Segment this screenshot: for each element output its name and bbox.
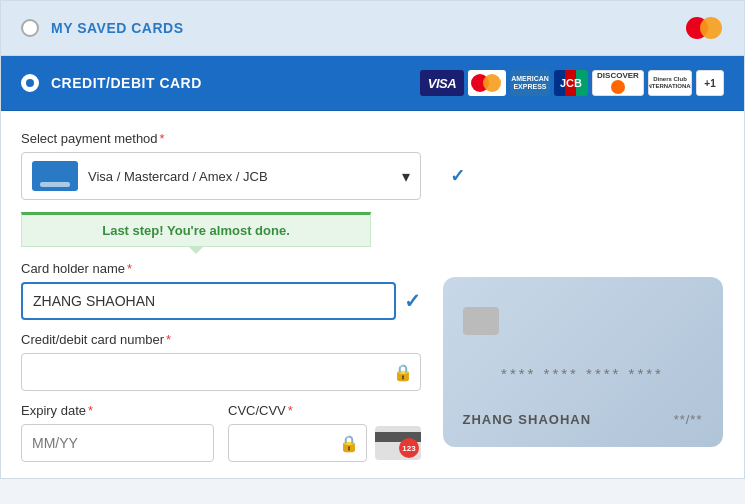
- payment-method-row: Select payment method* Visa / Mastercard…: [21, 131, 724, 200]
- card-expiry-display: **/**: [674, 412, 703, 427]
- card-preview: **** **** **** **** ZHANG SHAOHAN **/**: [443, 277, 723, 447]
- jcb-logo: JCB: [554, 70, 588, 96]
- mastercard-logo: [686, 15, 724, 41]
- required-star-expiry: *: [88, 403, 93, 418]
- holder-name-input[interactable]: [21, 282, 396, 320]
- required-star-holder: *: [127, 261, 132, 276]
- holder-check-icon: ✓: [404, 289, 421, 313]
- expiry-group: Expiry date*: [21, 403, 214, 462]
- required-star-number: *: [166, 332, 171, 347]
- expiry-label: Expiry date*: [21, 403, 214, 418]
- card-holder-display: ZHANG SHAOHAN: [463, 412, 592, 427]
- card-number-input-wrapper: 🔒: [21, 353, 421, 391]
- holder-input-row: ✓: [21, 282, 421, 320]
- form-left-column: Card holder name* ✓ Credit/debit card nu…: [21, 261, 421, 462]
- visa-logo: VISA: [420, 70, 464, 96]
- success-banner: Last step! You're almost done.: [21, 212, 371, 247]
- saved-cards-left: MY SAVED CARDS: [21, 19, 184, 37]
- discover-logo: DISCOVER: [592, 70, 644, 96]
- required-star: *: [160, 131, 165, 146]
- lock-icon: 🔒: [393, 363, 413, 382]
- card-chip: [463, 307, 499, 335]
- expiry-input[interactable]: [21, 424, 214, 462]
- required-star-cvc: *: [288, 403, 293, 418]
- card-number-input[interactable]: [21, 353, 421, 391]
- card-logos-row: VISA AMERICANEXPRESS JCB DISCOVER Diners…: [420, 70, 724, 96]
- form-area: Select payment method* Visa / Mastercard…: [1, 111, 744, 478]
- saved-cards-section[interactable]: MY SAVED CARDS: [1, 1, 744, 56]
- two-column-layout: Card holder name* ✓ Credit/debit card nu…: [21, 261, 724, 462]
- cvc-label: CVC/CVV*: [228, 403, 421, 418]
- payment-method-select[interactable]: Visa / Mastercard / Amex / JCB ▾: [21, 152, 421, 200]
- card-number-mask: **** **** **** ****: [463, 365, 703, 382]
- payment-method-text: Visa / Mastercard / Amex / JCB: [88, 169, 402, 184]
- diners-logo: Diners Club INTERNATIONAL: [648, 70, 692, 96]
- saved-cards-radio[interactable]: [21, 19, 39, 37]
- payment-check-icon: ✓: [450, 165, 465, 187]
- card-number-label: Credit/debit card number*: [21, 332, 421, 347]
- credit-card-title: CREDIT/DEBIT CARD: [51, 75, 202, 91]
- dropdown-arrow-icon: ▾: [402, 167, 410, 186]
- mc-orange-circle: [700, 17, 722, 39]
- more-cards-button[interactable]: +1: [696, 70, 724, 96]
- card-visual-column: **** **** **** **** ZHANG SHAOHAN **/**: [441, 261, 724, 462]
- radio-inner: [26, 79, 34, 87]
- cvc-input-wrapper: 🔒: [228, 424, 367, 462]
- cvc-helper-image: 123: [375, 426, 421, 460]
- cvc-badge: 123: [399, 438, 419, 458]
- card-icon-line: [40, 182, 70, 187]
- expiry-cvc-row: Expiry date* CVC/CVV* 🔒: [21, 403, 421, 462]
- holder-label: Card holder name*: [21, 261, 421, 276]
- holder-name-row: Card holder name* ✓: [21, 261, 421, 320]
- card-bottom: ZHANG SHAOHAN **/**: [463, 412, 703, 427]
- credit-card-radio[interactable]: [21, 74, 39, 92]
- cvc-input-row: 🔒 123: [228, 424, 421, 462]
- credit-card-header[interactable]: CREDIT/DEBIT CARD VISA AMERICANEXPRESS J…: [1, 56, 744, 111]
- payment-method-card-icon: [32, 161, 78, 191]
- amex-logo: AMERICANEXPRESS: [510, 70, 550, 96]
- saved-cards-title: MY SAVED CARDS: [51, 20, 184, 36]
- card-number-row: Credit/debit card number* 🔒: [21, 332, 421, 391]
- credit-left: CREDIT/DEBIT CARD: [21, 74, 202, 92]
- cvc-lock-icon: 🔒: [339, 434, 359, 453]
- payment-container: MY SAVED CARDS CREDIT/DEBIT CARD VISA: [0, 0, 745, 479]
- cvc-group: CVC/CVV* 🔒 123: [228, 403, 421, 462]
- mastercard-logo-small: [468, 70, 506, 96]
- payment-method-label: Select payment method*: [21, 131, 724, 146]
